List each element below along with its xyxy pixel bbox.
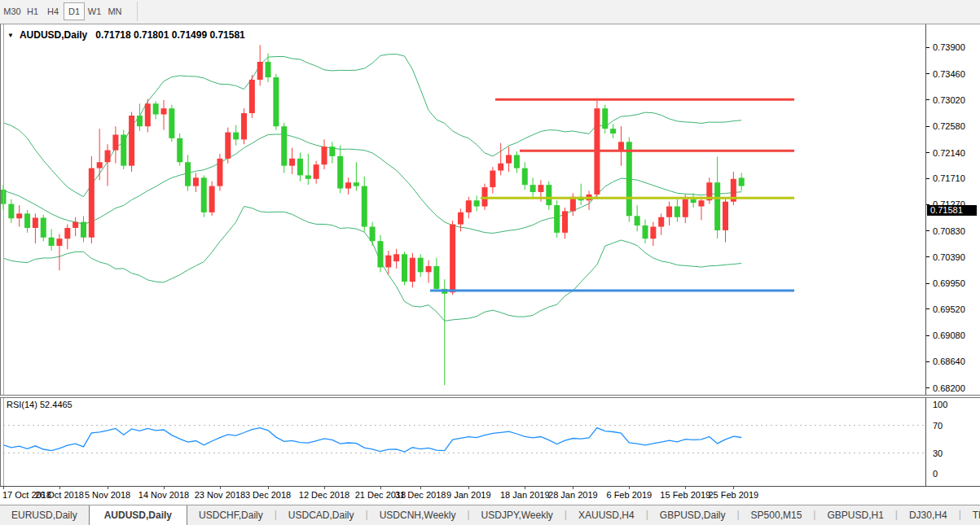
date-axis-label: 12 Dec 2018 bbox=[299, 490, 349, 500]
candle-body bbox=[241, 113, 247, 139]
price-axis-tick bbox=[926, 230, 929, 231]
chart-tab-dj30[interactable]: DJ30,H4 bbox=[898, 505, 959, 525]
chart-tab-eurusd[interactable]: EURUSD,Daily bbox=[0, 505, 89, 525]
timeframe-button-m30[interactable]: M30 bbox=[2, 2, 23, 20]
candle-body bbox=[201, 177, 207, 212]
candle-body bbox=[666, 207, 672, 217]
candle-body bbox=[153, 103, 159, 114]
price-axis-tick bbox=[926, 73, 929, 74]
price-axis-label: 0.68640 bbox=[933, 357, 965, 366]
toolbar-separator bbox=[137, 2, 138, 21]
date-axis-tick bbox=[629, 487, 630, 489]
rsi-axis-label: 100 bbox=[933, 400, 947, 409]
candle-body bbox=[217, 159, 222, 186]
chart-title-ohlc: 0.71718 0.71801 0.71499 0.71581 bbox=[95, 29, 245, 41]
candle-body bbox=[193, 177, 199, 186]
candle-body bbox=[698, 200, 704, 206]
date-axis-tick bbox=[733, 487, 734, 489]
candle-body bbox=[362, 186, 367, 227]
price-axis-label: 0.68200 bbox=[933, 383, 965, 393]
candle-body bbox=[643, 225, 648, 238]
window-left-border bbox=[0, 24, 1, 505]
current-price-tag: 0.71581 bbox=[927, 205, 977, 216]
price-axis-tick bbox=[926, 178, 929, 179]
rsi-axis-label: 70 bbox=[933, 421, 943, 431]
candle-body bbox=[506, 155, 512, 163]
candle-body bbox=[169, 108, 174, 138]
chart-title-symbol: AUDUSD,Daily bbox=[20, 29, 87, 41]
price-axis-label: 0.73020 bbox=[933, 95, 965, 105]
chart-tab-tech100[interactable]: TECH100,H bbox=[961, 505, 980, 525]
candle-body bbox=[56, 238, 62, 246]
candle-body bbox=[16, 213, 22, 218]
price-axis-label: 0.70830 bbox=[933, 226, 965, 236]
candle-body bbox=[177, 138, 182, 162]
price-axis-tick bbox=[926, 335, 929, 336]
timeframe-button-mn[interactable]: MN bbox=[104, 2, 125, 20]
candle-body bbox=[314, 164, 319, 179]
timeframe-button-w1[interactable]: W1 bbox=[84, 2, 105, 20]
candle-body bbox=[514, 155, 520, 168]
candle-body bbox=[474, 200, 480, 206]
panel-splitter[interactable] bbox=[0, 395, 980, 398]
candle-body bbox=[105, 151, 111, 163]
candle-body bbox=[426, 266, 432, 272]
chart-window: ▼AUDUSD,Daily0.71718 0.71801 0.71499 0.7… bbox=[0, 24, 980, 505]
candle-body bbox=[81, 222, 86, 238]
chart-tab-xauusd[interactable]: XAUUSD,H4 bbox=[567, 505, 646, 525]
date-axis-tick bbox=[164, 487, 165, 489]
candle-body bbox=[161, 108, 167, 114]
candle-body bbox=[64, 228, 70, 238]
candle-body bbox=[418, 258, 424, 273]
price-axis-tick bbox=[926, 126, 929, 127]
chart-tab-usdcad[interactable]: USDCAD,Daily bbox=[277, 505, 366, 525]
price-axis-label: 0.73460 bbox=[933, 69, 965, 79]
candle-body bbox=[345, 182, 351, 188]
symbol-dropdown-icon[interactable]: ▼ bbox=[7, 32, 14, 39]
candle-body bbox=[385, 256, 391, 268]
chart-tab-usdchf[interactable]: USDCHF,Daily bbox=[187, 505, 275, 525]
price-axis-tick bbox=[926, 256, 929, 257]
candle-body bbox=[402, 254, 407, 282]
price-axis-label: 0.72580 bbox=[933, 121, 965, 131]
price-chart[interactable] bbox=[0, 24, 980, 505]
chart-tab-usdjpy[interactable]: USDJPY,Weekly bbox=[470, 505, 565, 525]
mt4-window: M30H1H4D1W1MN ▼AUDUSD,Daily0.71718 0.718… bbox=[0, 0, 980, 525]
candle-body bbox=[257, 62, 263, 80]
price-axis-tick bbox=[926, 47, 929, 48]
candle-body bbox=[49, 238, 55, 246]
price-axis-label: 0.71710 bbox=[933, 173, 965, 183]
chart-left-border bbox=[3, 24, 4, 486]
price-axis-tick bbox=[926, 308, 929, 309]
candle-body bbox=[466, 200, 472, 212]
candle-body bbox=[354, 182, 359, 186]
candle-body bbox=[723, 202, 728, 230]
candle-body bbox=[410, 258, 415, 282]
candle-body bbox=[626, 142, 632, 216]
timeframe-button-d1[interactable]: D1 bbox=[64, 2, 85, 20]
timeframe-button-h1[interactable]: H1 bbox=[22, 2, 43, 20]
date-axis-label: 26 Oct 2018 bbox=[35, 490, 84, 500]
candle-body bbox=[145, 103, 151, 126]
rsi-indicator-label: RSI(14) 52.4465 bbox=[7, 400, 73, 409]
price-axis[interactable]: 0.739000.734600.730200.725800.721400.717… bbox=[925, 24, 980, 486]
candle-body bbox=[522, 168, 528, 186]
chart-tab-usdcnh[interactable]: USDCNH,Weekly bbox=[368, 505, 468, 525]
candle-body bbox=[498, 164, 503, 171]
candle-body bbox=[225, 133, 231, 159]
timeframe-toolbar: M30H1H4D1W1MN bbox=[0, 0, 980, 24]
candle-body bbox=[602, 108, 608, 129]
candle-body bbox=[121, 134, 126, 165]
date-axis-label: 15 Feb 2019 bbox=[660, 490, 710, 500]
chart-tab-sp500[interactable]: SP500,M15 bbox=[740, 505, 814, 525]
chart-tab-audusd[interactable]: AUDUSD,Daily bbox=[89, 505, 187, 525]
date-axis-label: 3 Dec 2018 bbox=[245, 490, 291, 500]
chart-tab-gbpusd[interactable]: GBPUSD,Daily bbox=[648, 505, 737, 525]
candle-body bbox=[714, 182, 720, 230]
timeframe-button-h4[interactable]: H4 bbox=[42, 2, 64, 20]
candle-body bbox=[289, 159, 295, 166]
chart-tab-gbpusd[interactable]: GBPUSD,H1 bbox=[815, 505, 894, 525]
date-axis[interactable]: 17 Oct 201826 Oct 20185 Nov 201814 Nov 2… bbox=[0, 486, 980, 505]
rsi-axis-label: 0 bbox=[933, 469, 938, 479]
candle-body bbox=[490, 171, 495, 188]
